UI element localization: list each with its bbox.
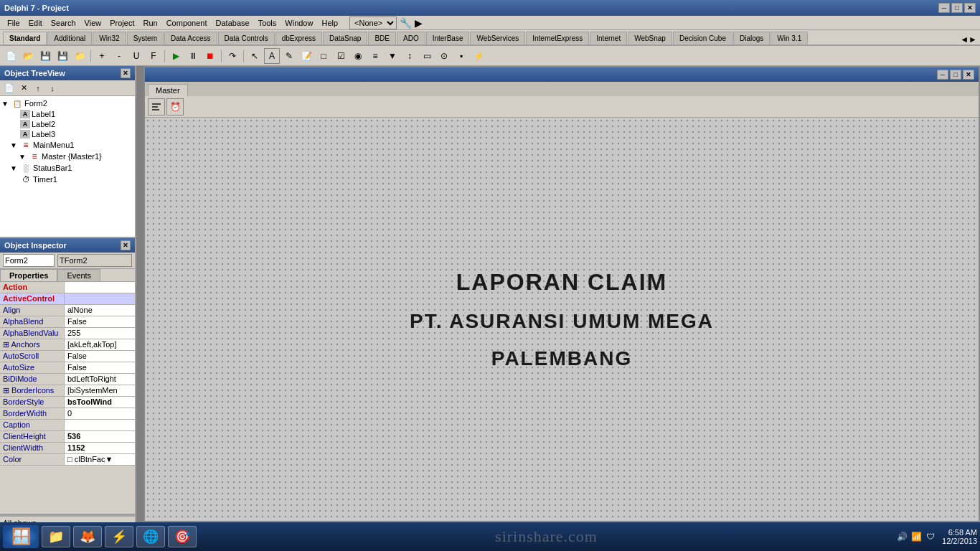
taskbar-app-explorer[interactable]: 📁	[42, 526, 70, 547]
tree-item-mainmenu1[interactable]: ▼ ≡ MainMenu1	[1, 139, 133, 151]
new-button[interactable]: 📄	[3, 48, 19, 64]
pause-button[interactable]: ⏸	[185, 48, 201, 64]
toolbar-icon-2[interactable]: ▶	[415, 17, 423, 29]
tab-events[interactable]: Events	[57, 269, 100, 281]
button-tool[interactable]: □	[316, 48, 331, 64]
tab-websnap[interactable]: WebSnap	[628, 32, 672, 44]
tab-dataaccess[interactable]: Data Access	[164, 32, 217, 44]
treeview-delete-button[interactable]: ✕	[17, 82, 30, 95]
menu-tools[interactable]: Tools	[254, 17, 281, 29]
tab-properties[interactable]: Properties	[0, 269, 57, 281]
listbox-tool[interactable]: ≡	[367, 48, 383, 64]
tab-system[interactable]: System	[127, 32, 164, 44]
prop-value[interactable]: [biSystemMen	[65, 385, 135, 396]
prop-value[interactable]: [akLeft,akTop]	[65, 339, 135, 350]
none-dropdown[interactable]: <None>	[349, 17, 397, 29]
tab-internetexpress[interactable]: InternetExpress	[526, 32, 589, 44]
toolbar-icon-1[interactable]: 🔧	[400, 17, 412, 29]
form-maximize-button[interactable]: □	[950, 70, 961, 80]
form-minimize-button[interactable]: ─	[937, 70, 948, 80]
tab-internet[interactable]: Internet	[590, 32, 627, 44]
prop-value[interactable]: alNone	[65, 305, 135, 316]
save-button[interactable]: 💾	[37, 48, 53, 64]
menu-project[interactable]: Project	[105, 17, 138, 29]
group-tool[interactable]: ▭	[419, 48, 435, 64]
view-form-button[interactable]: F	[146, 48, 161, 64]
add-file-button[interactable]: +	[94, 48, 110, 64]
open-project-button[interactable]: 📁	[72, 48, 88, 64]
panel-tool[interactable]: ▪	[453, 48, 469, 64]
tab-ado[interactable]: ADO	[397, 32, 425, 44]
tree-item-statusbar1[interactable]: ▼ ░ StatusBar1	[1, 162, 133, 174]
tab-dialogs[interactable]: Dialogs	[733, 32, 770, 44]
prop-value[interactable]: 0	[65, 408, 135, 419]
scroll-tool[interactable]: ↕	[402, 48, 418, 64]
tray-network-icon[interactable]: 🔊	[896, 531, 908, 542]
step-over-button[interactable]: ↷	[225, 48, 240, 64]
inspector-object-name[interactable]	[3, 254, 55, 267]
remove-file-button[interactable]: -	[111, 48, 127, 64]
inspector-close-button[interactable]: ✕	[121, 240, 131, 250]
memo-tool[interactable]: 📝	[298, 48, 314, 64]
tab-webservices[interactable]: WebServices	[470, 32, 525, 44]
prop-value[interactable]: 1152	[65, 443, 135, 453]
tab-win31[interactable]: Win 3.1	[771, 32, 808, 44]
menu-run[interactable]: Run	[138, 17, 161, 29]
open-button[interactable]: 📂	[20, 48, 36, 64]
combo-tool[interactable]: ▼	[385, 48, 400, 64]
tray-security-icon[interactable]: 🛡	[925, 531, 936, 542]
taskbar-app-flash[interactable]: ⚡	[105, 526, 133, 547]
prop-value[interactable]: bdLeftToRight	[65, 374, 135, 385]
menu-component[interactable]: Component	[162, 17, 212, 29]
prop-value[interactable]	[65, 282, 135, 293]
menu-window[interactable]: Window	[281, 17, 317, 29]
view-unit-button[interactable]: U	[128, 48, 144, 64]
taskbar-app-misc[interactable]: 🎯	[168, 526, 197, 547]
prop-value[interactable]: 255	[65, 328, 135, 339]
stop-button[interactable]: ⏹	[202, 48, 218, 64]
tab-standard[interactable]: Standard	[3, 32, 47, 44]
tab-interbase[interactable]: InterBase	[426, 32, 470, 44]
tree-item-timer1[interactable]: ⏱ Timer1	[1, 174, 133, 185]
tab-dbexpress[interactable]: dbExpress	[275, 32, 322, 44]
menu-search[interactable]: Search	[47, 17, 80, 29]
tab-datacontrols[interactable]: Data Controls	[218, 32, 275, 44]
close-button[interactable]: ✕	[964, 3, 976, 13]
scroll-left-icon[interactable]: ◄	[960, 34, 969, 44]
prop-value[interactable]	[65, 420, 135, 430]
tab-win32[interactable]: Win32	[93, 32, 126, 44]
save-all-button[interactable]: 💾	[55, 48, 70, 64]
menu-database[interactable]: Database	[212, 17, 254, 29]
treeview-down-button[interactable]: ↓	[46, 82, 59, 95]
prop-value[interactable]: bsToolWind	[65, 397, 135, 408]
tree-item-master[interactable]: ▼ ≡ Master {Master1}	[1, 151, 133, 162]
prop-value[interactable]: □ clBtnFac▼	[65, 454, 135, 465]
prop-value[interactable]: 536	[65, 431, 135, 442]
form-tab-master[interactable]: Master	[148, 84, 188, 96]
prop-value[interactable]: False	[65, 316, 135, 327]
tab-bde[interactable]: BDE	[368, 32, 396, 44]
scroll-right-icon[interactable]: ►	[969, 34, 977, 44]
edit-tool[interactable]: ✎	[281, 48, 297, 64]
start-button[interactable]: 🪟	[3, 525, 39, 548]
menu-file[interactable]: File	[3, 17, 24, 29]
tab-additional[interactable]: Additional	[47, 32, 92, 44]
menu-edit[interactable]: Edit	[24, 17, 47, 29]
radio-group-tool[interactable]: ⊙	[436, 48, 452, 64]
maximize-button[interactable]: □	[951, 3, 963, 13]
radio-tool[interactable]: ◉	[350, 48, 366, 64]
prop-value[interactable]: False	[65, 362, 135, 373]
align-left-tool[interactable]	[148, 98, 165, 116]
pointer-tool[interactable]: ↖	[247, 48, 263, 64]
label-tool[interactable]: A	[264, 48, 280, 64]
clock[interactable]: 6:58 AM 12/2/2013	[942, 528, 977, 545]
menu-view[interactable]: View	[80, 17, 106, 29]
inspector-object-type[interactable]	[57, 254, 132, 267]
tree-item-label1[interactable]: A Label1	[1, 109, 133, 119]
tree-item-form2[interactable]: ▼ 📋 Form2	[1, 98, 133, 109]
prop-value[interactable]	[65, 293, 135, 304]
run-button[interactable]: ▶	[168, 48, 184, 64]
checkbox-tool[interactable]: ☑	[333, 48, 349, 64]
taskbar-app-firefox[interactable]: 🦊	[73, 526, 102, 547]
treeview-close-button[interactable]: ✕	[121, 68, 131, 78]
